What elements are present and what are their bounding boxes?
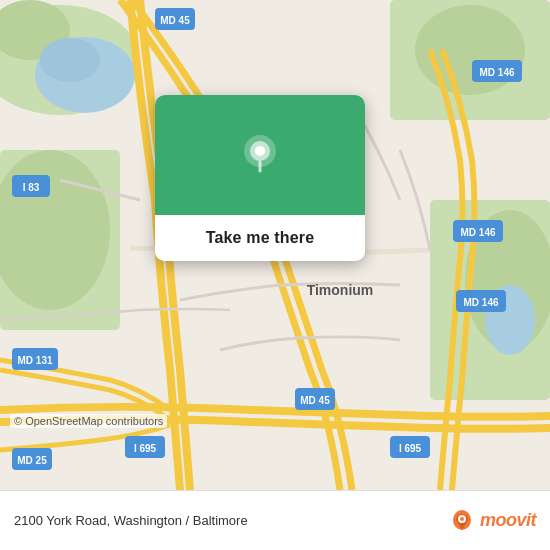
popup-map-preview bbox=[155, 95, 365, 215]
svg-text:I 83: I 83 bbox=[23, 182, 40, 193]
moovit-brand-label: moovit bbox=[480, 510, 536, 531]
svg-text:MD 131: MD 131 bbox=[17, 355, 52, 366]
osm-attribution: © OpenStreetMap contributors bbox=[10, 414, 167, 428]
svg-text:MD 45: MD 45 bbox=[300, 395, 330, 406]
svg-text:MD 45: MD 45 bbox=[160, 15, 190, 26]
moovit-logo: moovit bbox=[448, 507, 536, 535]
svg-point-38 bbox=[460, 517, 464, 521]
location-pin-icon bbox=[238, 133, 282, 177]
bottom-bar: 2100 York Road, Washington / Baltimore m… bbox=[0, 490, 550, 550]
svg-point-4 bbox=[40, 38, 100, 82]
svg-text:I 695: I 695 bbox=[399, 443, 422, 454]
map-container[interactable]: I 83 MD 45 MD 45 MD 146 MD 146 MD 146 I … bbox=[0, 0, 550, 490]
svg-text:MD 146: MD 146 bbox=[463, 297, 498, 308]
svg-text:MD 25: MD 25 bbox=[17, 455, 47, 466]
svg-text:Timonium: Timonium bbox=[307, 282, 374, 298]
take-me-there-button[interactable]: Take me there bbox=[155, 215, 365, 261]
svg-text:I 695: I 695 bbox=[134, 443, 157, 454]
svg-text:MD 146: MD 146 bbox=[479, 67, 514, 78]
svg-point-35 bbox=[255, 146, 265, 156]
svg-text:MD 146: MD 146 bbox=[460, 227, 495, 238]
moovit-pin-icon bbox=[448, 507, 476, 535]
popup-card: Take me there bbox=[155, 95, 365, 261]
address-label: 2100 York Road, Washington / Baltimore bbox=[14, 513, 248, 528]
